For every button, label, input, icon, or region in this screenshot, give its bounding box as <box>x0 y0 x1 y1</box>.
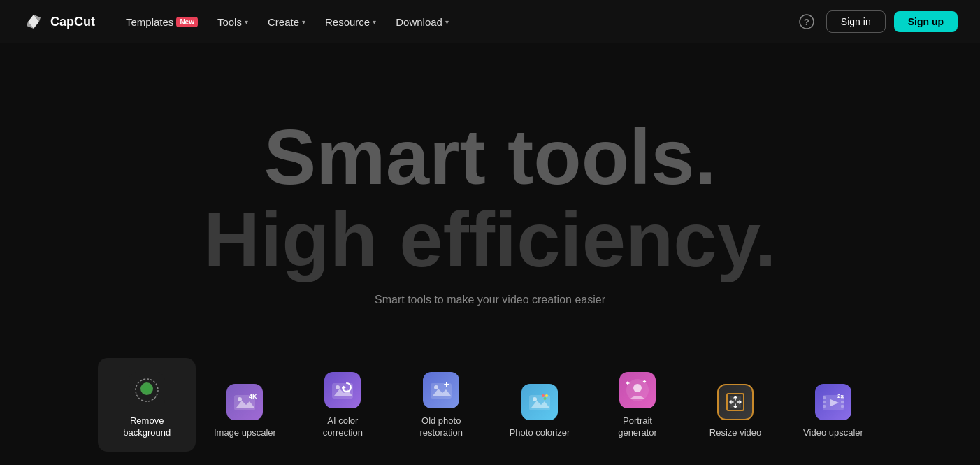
remove-background-icon <box>129 372 165 408</box>
brand-name: CapCut <box>50 15 95 29</box>
old-photo-restoration-label: Old photo restoration <box>405 415 477 439</box>
nav-templates-label: Templates <box>126 16 173 28</box>
ai-color-correction-icon <box>324 372 361 408</box>
svg-point-14 <box>533 397 537 401</box>
tool-remove-background[interactable]: Remove background <box>98 358 196 452</box>
download-chevron-icon: ▾ <box>445 18 449 26</box>
svg-text:?: ? <box>804 17 809 27</box>
nav-create[interactable]: Create ▾ <box>259 12 314 32</box>
svg-point-17 <box>544 397 547 400</box>
photo-colorizer-label: Photo colorizer <box>510 427 570 439</box>
photo-colorizer-icon <box>521 384 558 420</box>
resource-chevron-icon: ▾ <box>373 18 376 26</box>
image-upscaler-label: Image upscaler <box>214 427 276 439</box>
remove-background-label: Remove background <box>112 415 182 439</box>
tool-image-upscaler[interactable]: 4K Image upscaler <box>196 370 294 452</box>
tool-portrait-generator[interactable]: Portrait generator <box>589 358 686 452</box>
ai-color-correction-label: AI color correction <box>308 415 377 439</box>
video-upscaler-label: Video upscaler <box>803 427 863 439</box>
video-upscaler-icon: 2x <box>815 384 851 420</box>
svg-rect-27 <box>841 401 844 403</box>
nav-resource-label: Resource <box>325 16 370 28</box>
signup-button[interactable]: Sign up <box>894 11 958 32</box>
tool-photo-colorizer[interactable]: Photo colorizer <box>491 370 589 452</box>
navbar: CapCut Templates New Tools ▾ Create ▾ Re… <box>0 0 980 43</box>
svg-rect-28 <box>841 405 844 408</box>
svg-rect-13 <box>529 395 550 410</box>
nav-items: Templates New Tools ▾ Create ▾ Resource … <box>117 12 795 32</box>
svg-rect-11 <box>431 383 452 399</box>
svg-point-9 <box>336 385 340 389</box>
svg-point-3 <box>143 385 151 393</box>
nav-download-label: Download <box>396 16 442 28</box>
tools-strip: Remove background 4K Image upscaler <box>0 358 980 452</box>
nav-resource[interactable]: Resource ▾ <box>317 12 384 32</box>
svg-point-19 <box>633 384 642 392</box>
old-photo-restoration-icon <box>423 372 459 408</box>
resize-video-label: Resize video <box>709 427 761 439</box>
templates-badge: New <box>176 17 198 27</box>
svg-rect-24 <box>823 401 826 403</box>
nav-tools-label: Tools <box>217 16 242 28</box>
hero-title: Smart tools. High efficiency. <box>203 116 776 280</box>
portrait-generator-label: Portrait generator <box>603 415 672 439</box>
help-button[interactable]: ? <box>795 10 818 33</box>
hero-section: Smart tools. High efficiency. Smart tool… <box>0 43 980 358</box>
svg-point-12 <box>434 385 438 389</box>
svg-rect-23 <box>823 396 826 399</box>
portrait-generator-icon <box>619 372 656 408</box>
svg-text:4K: 4K <box>249 393 257 400</box>
tools-chevron-icon: ▾ <box>245 18 248 26</box>
nav-download[interactable]: Download ▾ <box>387 12 457 32</box>
svg-text:2x: 2x <box>837 393 844 399</box>
resize-video-icon <box>717 384 754 420</box>
tool-video-upscaler[interactable]: 2x Video upscaler <box>784 370 882 452</box>
hero-line1: Smart tools. <box>203 116 776 199</box>
logo[interactable]: CapCut <box>22 10 95 33</box>
hero-line2: High efficiency. <box>203 199 776 281</box>
tool-resize-video[interactable]: Resize video <box>686 370 784 452</box>
nav-tools[interactable]: Tools ▾ <box>209 12 257 32</box>
create-chevron-icon: ▾ <box>302 18 305 26</box>
signin-button[interactable]: Sign in <box>826 10 886 33</box>
image-upscaler-icon: 4K <box>226 384 263 420</box>
tool-ai-color-correction[interactable]: AI color correction <box>294 358 391 452</box>
hero-subtitle: Smart tools to make your video creation … <box>375 294 605 306</box>
tool-old-photo-restoration[interactable]: Old photo restoration <box>391 358 491 452</box>
svg-point-6 <box>238 397 242 401</box>
svg-point-16 <box>545 394 548 397</box>
svg-point-15 <box>542 394 545 397</box>
svg-rect-25 <box>823 405 826 408</box>
nav-templates[interactable]: Templates New <box>117 12 206 32</box>
nav-create-label: Create <box>268 16 299 28</box>
nav-right: ? Sign in Sign up <box>795 10 958 33</box>
